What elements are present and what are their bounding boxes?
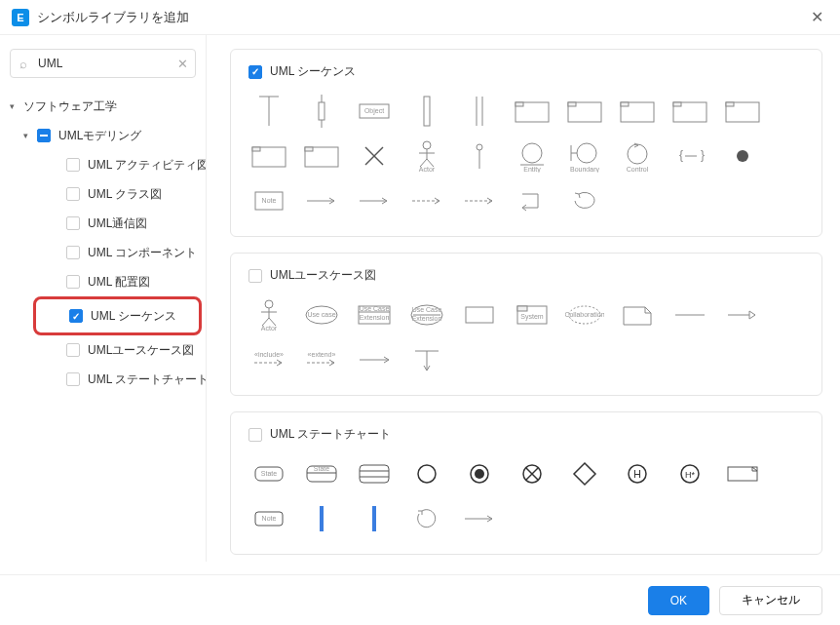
close-button[interactable]: ✕	[805, 6, 828, 29]
symbol-arrow[interactable]	[301, 183, 342, 218]
symbol-usecase[interactable]: Use case	[301, 297, 342, 332]
symbol-rect[interactable]	[459, 297, 500, 332]
svg-text:Note: Note	[262, 197, 277, 204]
symbol-actor[interactable]: Actor	[248, 297, 289, 332]
tree-item[interactable]: UML コンポーネント	[49, 238, 196, 267]
tree-node[interactable]: ▾ UMLモデリング	[23, 121, 196, 150]
symbol-bar-v[interactable]	[301, 501, 342, 536]
svg-text:Collaboration: Collaboration	[565, 311, 604, 318]
svg-rect-12	[568, 102, 576, 106]
checkbox[interactable]	[66, 158, 80, 172]
symbol-fork[interactable]	[406, 342, 447, 377]
symbol-lifeline[interactable]	[248, 94, 289, 129]
symbol-group: ✓ UML シーケンス Object Actor Entity	[230, 49, 822, 237]
symbol-package[interactable]: System	[512, 297, 553, 332]
symbol-arrow-dash[interactable]	[406, 183, 447, 218]
tree-item[interactable]: UML 配置図	[49, 267, 196, 296]
symbol-activation[interactable]	[301, 94, 342, 129]
symbol-terminate[interactable]	[512, 456, 553, 491]
tree-item-label: UML コンポーネント	[88, 245, 197, 261]
tree-item[interactable]: UML通信図	[49, 209, 196, 238]
symbol-final[interactable]	[459, 456, 500, 491]
symbol-package[interactable]	[564, 94, 605, 129]
symbol-actor[interactable]: Actor	[406, 138, 447, 174]
tree-root[interactable]: ▾ ソフトウェア工学	[10, 92, 196, 121]
symbol-package[interactable]	[669, 94, 710, 129]
symbol-destroy[interactable]	[354, 138, 395, 174]
symbol-state2[interactable]: State	[301, 456, 342, 491]
tree-item[interactable]: UML アクティビティ図	[49, 150, 196, 179]
ok-button[interactable]: OK	[648, 586, 709, 615]
checkbox[interactable]: ✓	[69, 309, 83, 323]
checkbox[interactable]	[66, 275, 80, 289]
svg-rect-18	[726, 102, 734, 106]
symbol-loop2[interactable]	[406, 501, 447, 536]
tree-item[interactable]: UML クラス図	[49, 179, 196, 209]
symbol-bar-v2[interactable]	[354, 501, 395, 536]
symbol-note[interactable]: Note	[248, 183, 289, 218]
group-title: UML ステートチャート	[270, 426, 391, 443]
symbol-control[interactable]: Control	[617, 138, 658, 174]
svg-rect-68	[466, 307, 493, 323]
symbol-usecase-ext[interactable]: Use CaseExtension	[406, 297, 447, 332]
checkbox[interactable]	[66, 216, 80, 230]
tree-item-label: UML通信図	[88, 215, 147, 232]
symbol-line[interactable]	[669, 297, 710, 332]
checkbox-mixed[interactable]	[37, 129, 51, 142]
symbol-usecase-box[interactable]: Use CaseExtension	[354, 297, 395, 332]
checkbox[interactable]	[66, 187, 80, 201]
checkbox[interactable]	[66, 372, 80, 386]
symbol-rect-label[interactable]: Object	[354, 94, 395, 129]
cancel-button[interactable]: キャンセル	[719, 586, 822, 615]
symbol-package[interactable]	[722, 94, 763, 129]
symbol-entity[interactable]: Entity	[512, 138, 553, 174]
svg-rect-104	[320, 506, 324, 531]
symbol-bar2[interactable]	[459, 94, 500, 129]
group-title: UMLユースケース図	[270, 267, 376, 284]
symbol-note2[interactable]	[722, 456, 763, 491]
symbol-constraint[interactable]: {}	[669, 138, 710, 174]
group-checkbox[interactable]: ✓	[248, 65, 262, 79]
symbol-loop[interactable]	[564, 183, 605, 218]
clear-search-icon[interactable]: ✕	[177, 57, 188, 71]
search-input[interactable]	[10, 49, 196, 78]
symbol-line2[interactable]	[354, 342, 395, 377]
symbol-state3[interactable]	[354, 456, 395, 491]
symbol-arrow-label2[interactable]: «extend»	[301, 342, 342, 377]
symbol-collab[interactable]: Collaboration	[564, 297, 605, 332]
tree-root-label: ソフトウェア工学	[23, 98, 117, 115]
symbol-history[interactable]: H	[617, 456, 658, 491]
symbol-arrow-open[interactable]	[722, 297, 763, 332]
svg-text:«extend»: «extend»	[308, 351, 336, 358]
svg-text:Entity: Entity	[523, 166, 541, 173]
symbol-history-deep[interactable]: H*	[669, 456, 710, 491]
symbol-choice[interactable]	[564, 456, 605, 491]
symbol-state[interactable]: State	[248, 456, 289, 491]
symbol-arrow[interactable]	[354, 183, 395, 218]
svg-text:Use Case: Use Case	[360, 305, 390, 312]
tree-item[interactable]: UML ステートチャート	[49, 365, 196, 394]
symbol-arrow-label[interactable]: «include»	[248, 342, 289, 377]
symbol-package[interactable]	[617, 94, 658, 129]
symbol-note3[interactable]: Note	[248, 501, 289, 536]
checkbox[interactable]	[66, 246, 80, 259]
symbol-self-msg[interactable]	[512, 183, 553, 218]
symbol-package[interactable]	[248, 138, 289, 174]
svg-text:System: System	[520, 313, 544, 321]
symbol-package-folded[interactable]	[617, 297, 658, 332]
symbol-bar[interactable]	[406, 94, 447, 129]
symbol-arrow-dash[interactable]	[459, 183, 500, 218]
symbol-boundary[interactable]: Boundary	[564, 138, 605, 174]
symbol-circle[interactable]	[406, 456, 447, 491]
symbol-dot[interactable]	[722, 138, 763, 174]
symbol-arrow3[interactable]	[459, 501, 500, 536]
group-checkbox[interactable]	[248, 428, 262, 442]
caret-down-icon: ▾	[10, 101, 23, 111]
symbol-package[interactable]	[301, 138, 342, 174]
tree-item[interactable]: UMLユースケース図	[49, 335, 196, 365]
symbol-lollipop[interactable]	[459, 138, 500, 174]
checkbox[interactable]	[66, 343, 80, 357]
group-checkbox[interactable]	[248, 269, 262, 283]
tree-item[interactable]: ✓UML シーケンス	[52, 301, 193, 331]
symbol-package[interactable]	[512, 94, 553, 129]
